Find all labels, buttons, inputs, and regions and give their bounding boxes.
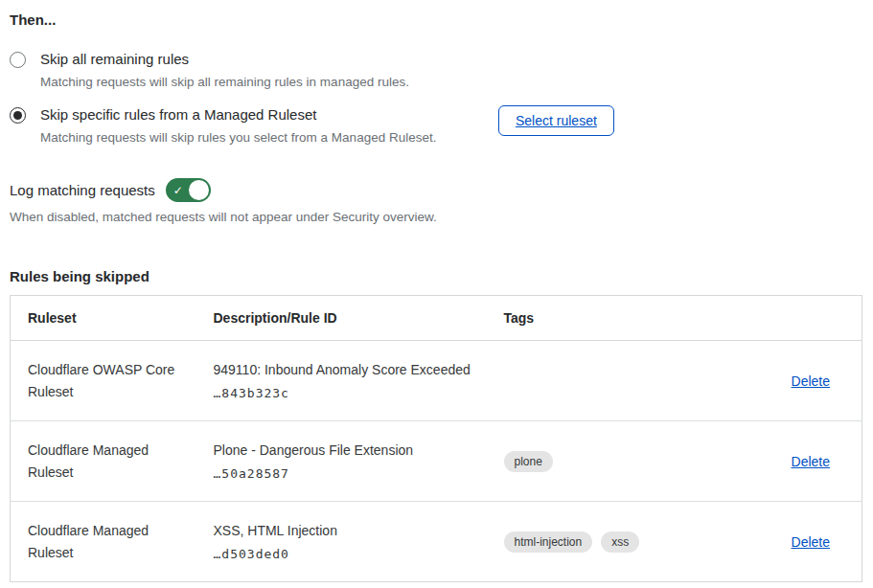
action-cell: Delete xyxy=(717,502,862,582)
ruleset-name: Cloudflare Managed Ruleset xyxy=(11,502,196,582)
toggle-knob xyxy=(189,180,209,200)
rule-description: 949110: Inbound Anomaly Score Exceeded xyxy=(214,361,487,378)
ruleset-name: Cloudflare OWASP Core Ruleset xyxy=(11,341,196,421)
description-cell: 949110: Inbound Anomaly Score Exceeded …… xyxy=(196,341,487,421)
table-row: Cloudflare OWASP Core Ruleset 949110: In… xyxy=(11,341,862,421)
log-help-text: When disabled, matched requests will not… xyxy=(10,210,862,224)
tag-pill: plone xyxy=(504,451,553,472)
rules-skipped-heading: Rules being skipped xyxy=(10,268,862,284)
ruleset-name: Cloudflare Managed Ruleset xyxy=(11,421,196,502)
then-heading: Then... xyxy=(10,11,862,28)
option-label[interactable]: Skip all remaining rules xyxy=(40,51,498,67)
delete-link[interactable]: Delete xyxy=(792,534,830,550)
rule-description: XSS, HTML Injection xyxy=(214,522,487,539)
option-label[interactable]: Skip specific rules from a Managed Rules… xyxy=(40,106,498,123)
rule-description: Plone - Dangerous File Extension xyxy=(214,441,487,459)
description-cell: XSS, HTML Injection …d503ded0 xyxy=(196,502,487,582)
column-header-tags: Tags xyxy=(487,296,717,341)
rule-id: …d503ded0 xyxy=(214,547,487,561)
column-header-ruleset: Ruleset xyxy=(11,296,196,341)
delete-link[interactable]: Delete xyxy=(792,454,830,469)
column-header-description: Description/Rule ID xyxy=(196,296,487,341)
tag-pill: html-injection xyxy=(504,531,593,553)
description-cell: Plone - Dangerous File Extension …50a285… xyxy=(196,421,487,502)
action-cell: Delete xyxy=(717,421,862,502)
radio-skip-all-remaining[interactable] xyxy=(10,52,26,68)
option-skip-all-remaining: Skip all remaining rules Matching reques… xyxy=(10,51,862,91)
log-matching-toggle[interactable]: ✓ xyxy=(166,178,211,202)
log-matching-label: Log matching requests xyxy=(10,182,155,198)
select-ruleset-button[interactable]: Select ruleset xyxy=(498,105,614,136)
option-skip-specific-rules: Skip specific rules from a Managed Rules… xyxy=(10,106,862,147)
waf-skip-rule-panel: Then... Skip all remaining rules Matchin… xyxy=(0,0,873,582)
table-header-row: Ruleset Description/Rule ID Tags xyxy=(11,296,862,341)
column-header-action xyxy=(717,296,862,341)
option-text-block: Skip specific rules from a Managed Rules… xyxy=(40,106,498,147)
radio-skip-specific-rules[interactable] xyxy=(10,107,26,124)
rule-id: …50a28587 xyxy=(214,466,487,481)
option-description: Matching requests will skip all remainin… xyxy=(40,74,498,91)
log-matching-row: Log matching requests ✓ xyxy=(10,178,862,202)
tag-list xyxy=(487,341,717,421)
delete-link[interactable]: Delete xyxy=(792,373,830,389)
tag-pill: xss xyxy=(601,531,639,553)
table-row: Cloudflare Managed Ruleset XSS, HTML Inj… xyxy=(11,502,862,582)
table-row: Cloudflare Managed Ruleset Plone - Dange… xyxy=(11,421,862,502)
action-cell: Delete xyxy=(717,341,862,421)
rules-table: Ruleset Description/Rule ID Tags Cloudfl… xyxy=(10,295,862,582)
tag-list: html-injectionxss xyxy=(487,502,717,582)
tag-list: plone xyxy=(487,421,717,502)
option-description: Matching requests will skip rules you se… xyxy=(40,129,498,147)
check-icon: ✓ xyxy=(173,184,183,195)
option-text-block: Skip all remaining rules Matching reques… xyxy=(40,51,498,91)
rule-id: …843b323c xyxy=(214,386,487,400)
